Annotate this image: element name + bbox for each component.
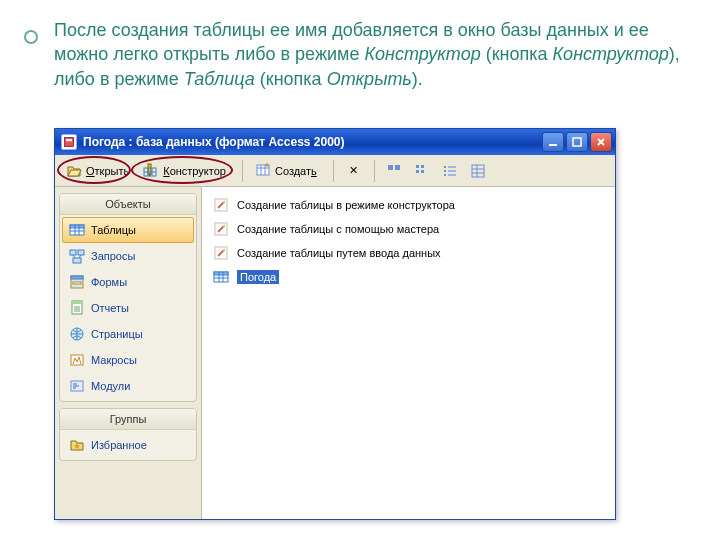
svg-rect-3 xyxy=(573,138,581,146)
cap-i1: Конструктор xyxy=(364,44,480,64)
view-details-button[interactable] xyxy=(466,159,490,183)
titlebar[interactable]: Погода : база данных (формат Access 2000… xyxy=(55,129,615,155)
create-table-wizard-label: Создание таблицы с помощью мастера xyxy=(237,223,439,235)
svg-rect-37 xyxy=(70,250,76,255)
app-icon xyxy=(61,134,77,150)
body: Объекты Таблицы Запросы Формы xyxy=(55,187,615,519)
modules-icon xyxy=(69,378,85,394)
design-icon xyxy=(143,163,159,179)
design-label: Конструктор xyxy=(163,165,226,177)
cap-t2: (кнопка xyxy=(481,44,553,64)
svg-rect-22 xyxy=(444,166,446,168)
table-icon xyxy=(213,269,229,285)
create-table-design[interactable]: Создание таблицы в режиме конструктора xyxy=(206,193,611,217)
main-pane[interactable]: Создание таблицы в режиме конструктора С… xyxy=(201,187,615,519)
favorites-icon xyxy=(69,437,85,453)
svg-rect-18 xyxy=(416,165,419,168)
toolbar-sep-3 xyxy=(374,160,375,182)
svg-point-57 xyxy=(223,249,225,251)
toolbar-sep-2 xyxy=(333,160,334,182)
create-table-wizard[interactable]: Создание таблицы с помощью мастера xyxy=(206,217,611,241)
new-icon xyxy=(255,163,271,179)
open-button[interactable]: Открыть xyxy=(61,159,138,183)
view-small-icons-button[interactable] xyxy=(410,159,434,183)
svg-rect-38 xyxy=(78,250,84,255)
svg-point-55 xyxy=(223,225,225,227)
sidebar-item-reports[interactable]: Отчеты xyxy=(62,295,194,321)
sidebar-reports-label: Отчеты xyxy=(91,302,129,314)
delete-button[interactable]: ✕ xyxy=(341,159,367,183)
view-large-icons-button[interactable] xyxy=(382,159,406,183)
sidebar-item-tables[interactable]: Таблицы xyxy=(62,217,194,243)
sidebar-item-forms[interactable]: Формы xyxy=(62,269,194,295)
view-list-button[interactable] xyxy=(438,159,462,183)
wizard-icon xyxy=(213,197,229,213)
macros-icon xyxy=(69,352,85,368)
delete-icon: ✕ xyxy=(346,163,362,179)
svg-rect-21 xyxy=(421,170,424,173)
minimize-button[interactable] xyxy=(542,132,564,152)
svg-rect-42 xyxy=(73,282,81,284)
svg-rect-27 xyxy=(448,174,456,176)
large-icons-icon xyxy=(386,163,402,179)
svg-rect-33 xyxy=(70,225,84,228)
database-window: Погода : база данных (формат Access 2000… xyxy=(54,128,616,520)
create-table-entry[interactable]: Создание таблицы путем ввода данных xyxy=(206,241,611,265)
close-button[interactable] xyxy=(590,132,612,152)
open-icon xyxy=(66,163,82,179)
open-label: Открыть xyxy=(86,165,129,177)
sidebar-forms-label: Формы xyxy=(91,276,127,288)
objects-list: Таблицы Запросы Формы Отчеты xyxy=(60,215,196,401)
sidebar-pages-label: Страницы xyxy=(91,328,143,340)
objects-header[interactable]: Объекты xyxy=(60,194,196,215)
details-icon xyxy=(470,163,486,179)
window-buttons xyxy=(542,132,612,152)
cap-i2: Конструктор xyxy=(553,44,669,64)
svg-rect-25 xyxy=(448,166,456,168)
create-table-design-label: Создание таблицы в режиме конструктора xyxy=(237,199,455,211)
create-table-entry-label: Создание таблицы путем ввода данных xyxy=(237,247,441,259)
sidebar-tables-label: Таблицы xyxy=(91,224,136,236)
cap-i4: Открыть xyxy=(327,69,412,89)
svg-rect-16 xyxy=(388,165,393,170)
tables-icon xyxy=(69,222,85,238)
toolbar: Открыть Конструктор Создать xyxy=(55,155,615,187)
window-title: Погода : база данных (формат Access 2000… xyxy=(83,135,542,149)
svg-rect-41 xyxy=(71,276,83,279)
reports-icon xyxy=(69,300,85,316)
sidebar-item-queries[interactable]: Запросы xyxy=(62,243,194,269)
svg-rect-0 xyxy=(65,138,74,147)
cap-i3: Таблица xyxy=(184,69,255,89)
new-button[interactable]: Создать xyxy=(250,159,326,183)
svg-rect-19 xyxy=(416,170,419,173)
sidebar-favorites-label: Избранное xyxy=(91,439,147,451)
maximize-button[interactable] xyxy=(566,132,588,152)
sidebar-item-modules[interactable]: Модули xyxy=(62,373,194,399)
toolbar-sep-1 xyxy=(242,160,243,182)
sidebar-item-macros[interactable]: Макросы xyxy=(62,347,194,373)
svg-rect-17 xyxy=(395,165,400,170)
list-icon xyxy=(442,163,458,179)
sidebar-item-pages[interactable]: Страницы xyxy=(62,321,194,347)
objects-group: Объекты Таблицы Запросы Формы xyxy=(59,193,197,402)
forms-icon xyxy=(69,274,85,290)
svg-rect-26 xyxy=(448,170,456,172)
svg-point-53 xyxy=(223,201,225,203)
design-button[interactable]: Конструктор xyxy=(138,159,235,183)
cap-t5: ). xyxy=(412,69,423,89)
pages-icon xyxy=(69,326,85,342)
sidebar-item-favorites[interactable]: Избранное xyxy=(62,432,194,458)
queries-icon xyxy=(69,248,85,264)
svg-rect-2 xyxy=(549,144,557,146)
svg-rect-23 xyxy=(444,170,446,172)
svg-rect-59 xyxy=(214,272,228,275)
table-pogoda-label: Погода xyxy=(237,270,279,284)
cap-t4: (кнопка xyxy=(255,69,327,89)
open-design-callout: Открыть Конструктор xyxy=(61,159,235,183)
svg-rect-44 xyxy=(72,301,82,304)
bullet-decoration xyxy=(24,30,38,44)
slide-caption: После создания таблицы ее имя добавляетс… xyxy=(54,18,684,91)
groups-header[interactable]: Группы xyxy=(60,409,196,430)
table-item-pogoda[interactable]: Погода xyxy=(206,265,611,289)
svg-rect-1 xyxy=(66,139,72,141)
